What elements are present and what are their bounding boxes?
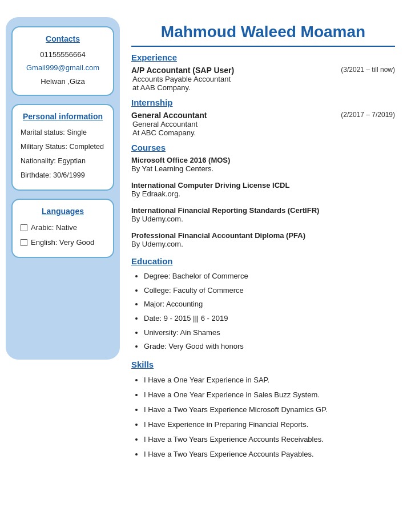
- education-section: Education Degree: Bachelor of Commerce C…: [131, 256, 395, 354]
- job-ap-accountant: A/P Accountant (SAP User) (3/2021 – till…: [131, 66, 395, 92]
- skills-section: Skills I Have a One Year Experience in S…: [131, 360, 395, 462]
- job-dates-ap: (3/2021 – till now): [341, 66, 395, 74]
- skill-salesbuzz: I Have a One Year Experience in Sales Bu…: [144, 388, 395, 402]
- job-sub-ga-1: General Accountant: [132, 120, 395, 128]
- course-pfa: Professional Financial Accountant Diplom…: [131, 231, 395, 248]
- course-ifrs-by: By Udemy.com.: [131, 215, 395, 223]
- job-sub-ap-2: at AAB Company.: [132, 83, 395, 92]
- header-divider: [131, 46, 395, 47]
- education-title: Education: [131, 256, 395, 266]
- course-mos-title: Microsoft Office 2016 (MOS): [131, 156, 395, 164]
- birthdate: Birthdate: 30/6/1999: [21, 168, 105, 183]
- job-title-ap: A/P Accountant (SAP User): [131, 66, 234, 75]
- marital-status: Marital status: Single: [21, 126, 105, 140]
- resume-name: Mahmoud Waleed Moaman: [131, 23, 395, 41]
- course-icdl-by: By Edraak.org.: [131, 190, 395, 198]
- checkbox-icon: [21, 224, 27, 231]
- nationality: Nationality: Egyptian: [21, 154, 105, 168]
- email-link[interactable]: Gmail999@gmail.com: [26, 63, 99, 72]
- skill-reports: I Have Experience in Preparing Financial…: [144, 417, 395, 432]
- language-arabic: Arabic: Native: [21, 220, 105, 235]
- contacts-section: Contacts 01155556664 Gmail999@gmail.com …: [11, 26, 114, 96]
- skill-sap: I Have a One Year Experience in SAP.: [144, 373, 395, 388]
- skill-dynamics: I Have a Two Years Experience Microsoft …: [144, 402, 395, 417]
- education-list: Degree: Bachelor of Commerce College: Fa…: [131, 269, 395, 354]
- military-status: Military Status: Completed: [21, 140, 105, 154]
- edu-major: Major: Accounting: [144, 297, 395, 312]
- edu-date: Date: 9 - 2015 ||| 6 - 2019: [144, 312, 395, 326]
- job-sub-ga-2: At ABC Comapany.: [132, 128, 395, 137]
- job-general-accountant: General Accountant (2/2017 – 7/2019) Gen…: [131, 111, 395, 137]
- course-pfa-title: Professional Financial Accountant Diplom…: [131, 231, 395, 240]
- course-mos: Microsoft Office 2016 (MOS) By Yat Learn…: [131, 156, 395, 173]
- location: Helwan ,Giza: [26, 75, 99, 88]
- experience-section: Experience A/P Accountant (SAP User) (3/…: [131, 53, 395, 137]
- course-icdl: International Computer Driving License I…: [131, 181, 395, 198]
- skills-title: Skills: [131, 360, 395, 369]
- edu-degree: Degree: Bachelor of Commerce: [144, 269, 395, 284]
- courses-title: Courses: [131, 143, 395, 152]
- course-ifrs: International Financial Reporting Standa…: [131, 206, 395, 223]
- internship-title: Internship: [131, 98, 395, 107]
- skill-ar: I Have a Two Years Experience Accounts R…: [144, 432, 395, 447]
- job-sub-ap-1: Accounts Payable Accountant: [132, 75, 395, 83]
- languages-list: Arabic: Native English: Very Good: [21, 220, 105, 250]
- edu-college: College: Faculty of Commerce: [144, 284, 395, 298]
- personal-info-list: Marital status: Single Military Status: …: [21, 126, 105, 183]
- experience-title: Experience: [131, 53, 395, 62]
- phone-number: 01155556664: [26, 48, 99, 61]
- skill-ap: I Have a Two Years Experience Accounts P…: [144, 447, 395, 462]
- contact-info: 01155556664 Gmail999@gmail.com Helwan ,G…: [26, 48, 99, 88]
- contacts-title: Contacts: [46, 34, 80, 43]
- language-english: English: Very Good: [21, 235, 105, 250]
- checkbox-icon: [21, 239, 27, 246]
- course-icdl-title: International Computer Driving License I…: [131, 181, 395, 190]
- languages-section: Languages Arabic: Native English: Very G…: [11, 199, 114, 258]
- edu-university: University: Ain Shames: [144, 326, 395, 340]
- courses-section: Courses Microsoft Office 2016 (MOS) By Y…: [131, 143, 395, 248]
- skills-list: I Have a One Year Experience in SAP. I H…: [131, 373, 395, 462]
- personal-info-title: Personal information: [23, 112, 103, 121]
- course-mos-by: By Yat Learning Centers.: [131, 164, 395, 173]
- edu-grade: Grade: Very Good with honors: [144, 340, 395, 354]
- job-title-ga: General Accountant: [131, 111, 207, 120]
- job-dates-ga: (2/2017 – 7/2019): [341, 111, 395, 119]
- course-pfa-by: By Udemy.com.: [131, 240, 395, 248]
- languages-title: Languages: [42, 207, 84, 216]
- course-ifrs-title: International Financial Reporting Standa…: [131, 206, 395, 215]
- personal-info-section: Personal information Marital status: Sin…: [11, 104, 114, 191]
